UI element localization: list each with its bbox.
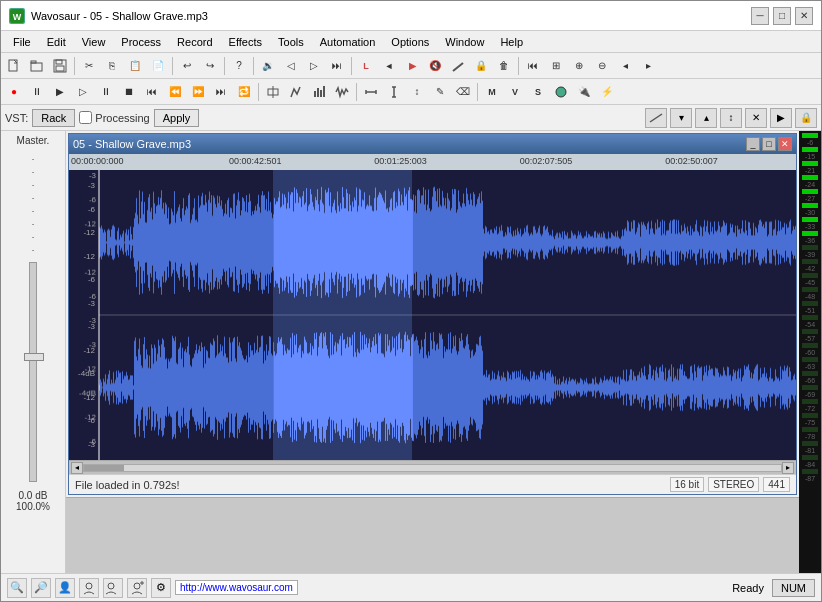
next-button[interactable]: ⏭ [210, 81, 232, 103]
apply-button[interactable]: Apply [154, 109, 200, 127]
rack-button[interactable]: Rack [32, 109, 75, 127]
inner-maximize-btn[interactable]: □ [762, 137, 776, 151]
curve-btn-3[interactable]: ▴ [695, 108, 717, 128]
curve-btn-1[interactable] [645, 108, 667, 128]
pause-button[interactable]: ⏸ [95, 81, 117, 103]
stop-button[interactable]: ⏹ [118, 81, 140, 103]
fwd-button[interactable]: ⏩ [187, 81, 209, 103]
separator-5 [351, 57, 352, 75]
open-button[interactable] [26, 55, 48, 77]
paste2-button[interactable]: 📄 [147, 55, 169, 77]
user4-icon[interactable] [127, 578, 147, 598]
help-button[interactable]: ? [228, 55, 250, 77]
svg-point-16 [556, 87, 566, 97]
menu-edit[interactable]: Edit [39, 34, 74, 50]
inner-close-btn[interactable]: ✕ [778, 137, 792, 151]
prev2-icon[interactable]: ◂ [614, 55, 636, 77]
loop-button[interactable]: 🔁 [233, 81, 255, 103]
user-icon[interactable]: 👤 [55, 578, 75, 598]
spectrum-icon[interactable] [308, 81, 330, 103]
rec-pause-button[interactable]: ⏸ [26, 81, 48, 103]
menu-file[interactable]: File [5, 34, 39, 50]
scroll-track[interactable] [83, 464, 782, 472]
undo-button[interactable]: ↩ [176, 55, 198, 77]
zoom-out-icon[interactable]: ⊖ [591, 55, 613, 77]
vol-down-icon[interactable]: 🔉 [257, 55, 279, 77]
waveform-canvas[interactable] [69, 170, 796, 460]
lock-icon[interactable]: 🔒 [470, 55, 492, 77]
eq-icon[interactable] [285, 81, 307, 103]
zoom-in-icon[interactable]: ⊕ [568, 55, 590, 77]
mute-icon[interactable]: 🔇 [424, 55, 446, 77]
trash-icon[interactable]: 🗑 [493, 55, 515, 77]
scroll-thumb[interactable] [84, 465, 124, 471]
curve-btn-4[interactable]: ↕ [720, 108, 742, 128]
master-fader-track[interactable] [29, 262, 37, 482]
master2-icon[interactable]: M [481, 81, 503, 103]
menu-process[interactable]: Process [113, 34, 169, 50]
zoom-v-icon[interactable] [383, 81, 405, 103]
new-button[interactable] [3, 55, 25, 77]
prev-button[interactable]: ⏮ [141, 81, 163, 103]
db-label-12: -3 [69, 440, 97, 449]
minimize-button[interactable]: ─ [751, 7, 769, 25]
vol2-icon[interactable]: V [504, 81, 526, 103]
menu-tools[interactable]: Tools [270, 34, 312, 50]
redo-button[interactable]: ↪ [199, 55, 221, 77]
website-link[interactable]: http://www.wavosaur.com [175, 580, 298, 595]
menu-record[interactable]: Record [169, 34, 220, 50]
plug2-icon[interactable]: ⚡ [596, 81, 618, 103]
vol-step-icon[interactable]: ▷ [303, 55, 325, 77]
channel-r-icon[interactable]: ▶ [401, 55, 423, 77]
menu-options[interactable]: Options [383, 34, 437, 50]
user2-icon[interactable] [79, 578, 99, 598]
prev-section-icon[interactable]: ⏮ [522, 55, 544, 77]
scroll-right-arrow[interactable]: ▸ [782, 462, 794, 474]
menu-window[interactable]: Window [437, 34, 492, 50]
lock-curve-btn[interactable]: 🔒 [795, 108, 817, 128]
mix-icon[interactable] [550, 81, 572, 103]
zoom-in-tool[interactable]: 🔍 [7, 578, 27, 598]
record-button[interactable]: ● [3, 81, 25, 103]
close-button[interactable]: ✕ [795, 7, 813, 25]
maximize-button[interactable]: □ [773, 7, 791, 25]
erase-icon[interactable]: ⌫ [452, 81, 474, 103]
split-icon[interactable]: ⊞ [545, 55, 567, 77]
zoom-h-icon[interactable] [360, 81, 382, 103]
curve-btn-2[interactable]: ▾ [670, 108, 692, 128]
stereo-icon[interactable]: S [527, 81, 549, 103]
zoom-out-tool[interactable]: 🔎 [31, 578, 51, 598]
user3-icon[interactable] [103, 578, 123, 598]
processing-label: Processing [95, 112, 149, 124]
rew-button[interactable]: ⏪ [164, 81, 186, 103]
menu-effects[interactable]: Effects [221, 34, 270, 50]
scroll-left-arrow[interactable]: ◂ [71, 462, 83, 474]
next2-icon[interactable]: ▸ [637, 55, 659, 77]
menu-view[interactable]: View [74, 34, 114, 50]
save-button[interactable] [49, 55, 71, 77]
curve-btn-x[interactable]: ✕ [745, 108, 767, 128]
paste-button[interactable]: 📋 [124, 55, 146, 77]
play-curve-btn[interactable]: ▶ [770, 108, 792, 128]
next-track-icon[interactable]: ⏭ [326, 55, 348, 77]
copy-button[interactable]: ⎘ [101, 55, 123, 77]
vol-left-icon[interactable]: ◁ [280, 55, 302, 77]
menu-help[interactable]: Help [492, 34, 531, 50]
plug1-icon[interactable]: 🔌 [573, 81, 595, 103]
channel-arrow-icon[interactable]: ◄ [378, 55, 400, 77]
pan-icon[interactable]: ↕ [406, 81, 428, 103]
inner-minimize-btn[interactable]: _ [746, 137, 760, 151]
normalize-icon[interactable] [262, 81, 284, 103]
cut-button[interactable]: ✂ [78, 55, 100, 77]
play2-button[interactable]: ▷ [72, 81, 94, 103]
settings-icon[interactable]: ⚙ [151, 578, 171, 598]
play-button[interactable]: ▶ [49, 81, 71, 103]
channel-l-icon[interactable]: L [355, 55, 377, 77]
menu-automation[interactable]: Automation [312, 34, 384, 50]
master-fader-thumb[interactable] [24, 353, 44, 361]
draw-icon[interactable]: ✎ [429, 81, 451, 103]
processing-checkbox[interactable] [79, 111, 92, 124]
fade-icon[interactable] [447, 55, 469, 77]
vu-label-7: -36 [799, 237, 821, 244]
waveform-icon[interactable] [331, 81, 353, 103]
